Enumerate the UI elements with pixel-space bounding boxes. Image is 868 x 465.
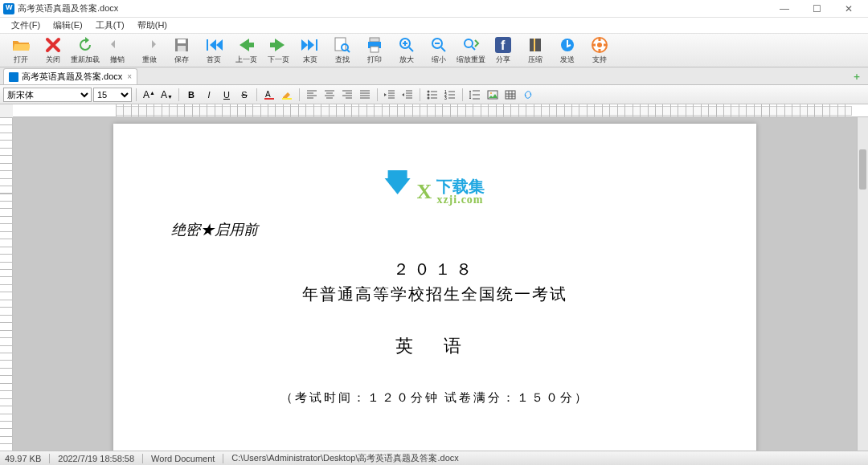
- underline-button[interactable]: U: [219, 88, 235, 102]
- menu-tools[interactable]: 工具(T): [89, 18, 131, 33]
- svg-rect-7: [371, 47, 379, 52]
- bold-button[interactable]: B: [183, 88, 199, 102]
- zoomreset-label: 缩放重置: [457, 55, 485, 65]
- align-left-button[interactable]: [304, 88, 320, 102]
- number-list-button[interactable]: 123: [442, 88, 458, 102]
- align-justify-button[interactable]: [357, 88, 373, 102]
- open-label: 打开: [14, 55, 28, 65]
- svg-point-27: [428, 96, 430, 99]
- font-size-select[interactable]: 15: [93, 88, 132, 102]
- line-spacing-button[interactable]: [467, 88, 483, 102]
- next-label: 下一页: [268, 55, 289, 65]
- insert-link-button[interactable]: [520, 88, 536, 102]
- status-filesize: 49.97 KB: [5, 454, 41, 463]
- compress-label: 压缩: [528, 55, 542, 65]
- watermark-logo: X 下载集 xzji.com: [385, 178, 485, 206]
- new-tab-button[interactable]: ＋: [850, 70, 863, 83]
- menu-edit[interactable]: 编辑(E): [47, 18, 89, 33]
- separator: [136, 88, 137, 101]
- document-tabs: 高考英语真题及答案.docx × ＋: [0, 67, 868, 85]
- doc-secret-line: 绝密★启用前: [171, 220, 698, 239]
- first-page-button[interactable]: 首页: [199, 35, 229, 66]
- last-page-button[interactable]: 末页: [295, 35, 326, 66]
- zoomin-label: 放大: [399, 55, 414, 65]
- redo-button[interactable]: 重做: [134, 35, 165, 66]
- svg-text:A: A: [265, 90, 271, 99]
- send-button[interactable]: 发送: [552, 35, 583, 66]
- italic-button[interactable]: I: [201, 88, 217, 102]
- prev-label: 上一页: [235, 55, 257, 65]
- svg-text:A: A: [143, 89, 149, 100]
- font-family-select[interactable]: 新宋体: [3, 88, 92, 102]
- svg-point-10: [465, 39, 473, 47]
- scrollbar-thumb[interactable]: [859, 149, 866, 190]
- minimize-button[interactable]: —: [768, 0, 800, 18]
- window-title: 高考英语真题及答案.docx: [18, 2, 118, 14]
- watermark-x-icon: X: [417, 180, 432, 204]
- tab-close-icon[interactable]: ×: [127, 72, 132, 81]
- align-right-button[interactable]: [339, 88, 355, 102]
- undo-label: 撤销: [110, 55, 125, 65]
- indent-decrease-button[interactable]: [382, 88, 398, 102]
- maximize-button[interactable]: ☐: [800, 0, 833, 18]
- font-color-button[interactable]: A: [261, 88, 277, 102]
- vertical-scrollbar[interactable]: [857, 117, 868, 451]
- svg-point-26: [428, 93, 430, 96]
- svg-rect-2: [178, 46, 186, 51]
- align-center-button[interactable]: [321, 88, 338, 102]
- zoom-out-button[interactable]: 缩小: [424, 35, 454, 66]
- status-doctype: Word Document: [151, 454, 215, 463]
- next-page-button[interactable]: 下一页: [263, 35, 293, 66]
- close-label: 关闭: [46, 55, 60, 65]
- zoom-reset-button[interactable]: 缩放重置: [456, 35, 486, 66]
- close-doc-button[interactable]: 关闭: [38, 35, 68, 66]
- menu-help[interactable]: 帮助(H): [131, 18, 174, 33]
- indent-increase-button[interactable]: [399, 88, 416, 102]
- font-shrink-button[interactable]: A▼: [158, 88, 174, 102]
- app-icon: [3, 3, 14, 14]
- horizontal-ruler[interactable]: [13, 104, 868, 117]
- support-button[interactable]: 支持: [584, 35, 615, 66]
- save-button[interactable]: 保存: [166, 35, 197, 66]
- vertical-ruler[interactable]: [0, 117, 13, 451]
- document-canvas[interactable]: X 下载集 xzji.com 绝密★启用前 ２０１８ 年普通高等学校招生全国统一…: [13, 117, 857, 451]
- format-toolbar: 新宋体 15 A▲ A▼ B I U S A 123: [0, 85, 868, 104]
- document-tab[interactable]: 高考英语真题及答案.docx ×: [3, 68, 137, 84]
- font-grow-button[interactable]: A▲: [141, 88, 157, 102]
- svg-point-32: [490, 92, 492, 94]
- window-controls: — ☐ ✕: [768, 0, 865, 18]
- undo-button[interactable]: 撤销: [102, 35, 133, 66]
- close-button[interactable]: ✕: [833, 0, 865, 18]
- watermark-en: xzji.com: [436, 194, 485, 206]
- separator: [377, 88, 378, 101]
- titlebar: 高考英语真题及答案.docx — ☐ ✕: [0, 0, 868, 18]
- send-label: 发送: [560, 55, 575, 65]
- doc-info: （考试时间：１２０分钟 试卷满分：１５０分）: [171, 390, 698, 406]
- separator: [256, 88, 257, 101]
- share-button[interactable]: f分享: [488, 35, 518, 66]
- svg-rect-33: [506, 91, 515, 99]
- prev-page-button[interactable]: 上一页: [231, 35, 261, 66]
- compress-button[interactable]: 压缩: [520, 35, 551, 66]
- find-button[interactable]: 查找: [327, 35, 358, 66]
- insert-table-button[interactable]: [502, 88, 518, 102]
- watermark-cn: 下载集: [436, 178, 485, 194]
- document-page[interactable]: X 下载集 xzji.com 绝密★启用前 ２０１８ 年普通高等学校招生全国统一…: [113, 124, 756, 451]
- open-button[interactable]: 打开: [6, 35, 36, 66]
- svg-rect-5: [370, 38, 379, 42]
- bullet-list-button[interactable]: [424, 88, 440, 102]
- highlight-button[interactable]: [279, 88, 295, 102]
- menubar: 文件(F) 编辑(E) 工具(T) 帮助(H): [0, 18, 868, 34]
- doc-title: 年普通高等学校招生全国统一考试: [171, 283, 698, 305]
- svg-text:▲: ▲: [149, 90, 154, 96]
- strike-button[interactable]: S: [236, 88, 252, 102]
- zoom-in-button[interactable]: 放大: [391, 35, 422, 66]
- doc-icon: [9, 72, 18, 82]
- doc-subject: 英 语: [171, 334, 698, 358]
- svg-point-25: [428, 90, 430, 92]
- menu-file[interactable]: 文件(F): [5, 18, 47, 33]
- insert-image-button[interactable]: [485, 88, 501, 102]
- reload-label: 重新加载: [71, 55, 100, 65]
- reload-button[interactable]: 重新加载: [70, 35, 100, 66]
- print-button[interactable]: 打印: [359, 35, 390, 66]
